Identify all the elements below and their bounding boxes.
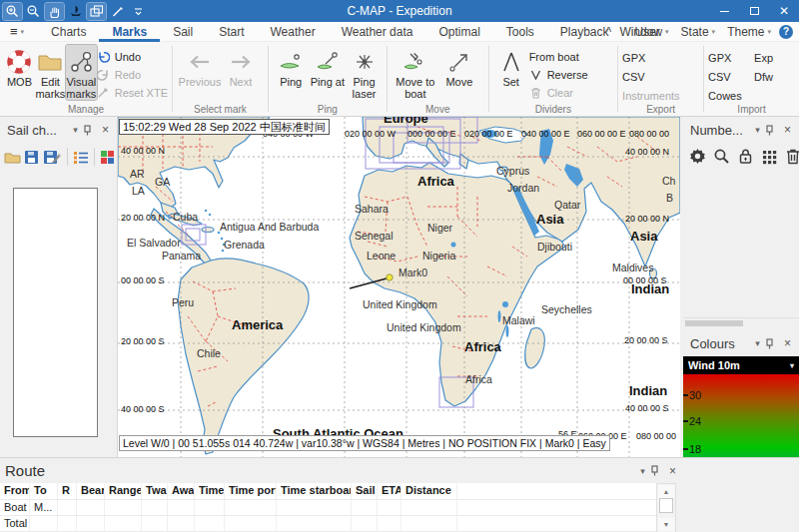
- boat-ping-icon: [279, 48, 303, 76]
- panel-close-icon[interactable]: ×: [780, 123, 795, 137]
- column-header: ETA: [378, 483, 401, 499]
- tab-weather-data[interactable]: Weather data: [329, 22, 426, 42]
- search-icon[interactable]: [713, 148, 730, 165]
- close-button[interactable]: ✕: [769, 0, 799, 22]
- panel-close-icon[interactable]: ×: [780, 336, 795, 350]
- menu-tabs: ChartsMarksSailStartWeatherWeather dataO…: [38, 22, 673, 42]
- menu-theme[interactable]: Theme▾: [723, 25, 775, 39]
- table-cell: [401, 500, 457, 515]
- help-icon[interactable]: ?: [779, 25, 793, 39]
- map-clock: 15:02:29 Wed 28 Sep 2022 中国标准时间: [119, 119, 330, 135]
- trash-icon[interactable]: [785, 148, 799, 165]
- undo-button[interactable]: Undo: [97, 49, 168, 64]
- import-exp-button[interactable]: Exp: [754, 50, 773, 65]
- table-cell: [378, 516, 401, 531]
- panel-dropdown-icon[interactable]: ▾: [750, 125, 765, 135]
- numbers-hscrollbar[interactable]: [683, 317, 799, 327]
- ribbon-group-manage: MOB Edit marks Visual marks Undo: [0, 42, 172, 116]
- sail-charts-list[interactable]: [13, 188, 98, 437]
- chart-colours-icon[interactable]: [100, 150, 115, 165]
- dividers-from-boat-button[interactable]: From boat: [529, 49, 588, 64]
- quick-access-toolbar: [0, 3, 148, 20]
- column-header: To: [30, 483, 58, 499]
- panel-dropdown-icon[interactable]: ▾: [750, 338, 765, 348]
- import-csv-button[interactable]: CSV: [708, 69, 754, 84]
- ping-laser-button[interactable]: Ping laser: [346, 45, 383, 100]
- tab-weather[interactable]: Weather: [258, 22, 329, 42]
- panel-close-icon[interactable]: ×: [665, 464, 680, 478]
- move-to-boat-button[interactable]: Move to boat: [392, 45, 439, 100]
- tab-start[interactable]: Start: [206, 22, 257, 42]
- export-csv-button[interactable]: CSV: [622, 69, 679, 84]
- quick-access-more-icon[interactable]: [129, 3, 148, 20]
- table-cell: [58, 500, 77, 515]
- import-dfw-button[interactable]: Dfw: [754, 69, 773, 84]
- tab-sail[interactable]: Sail: [160, 22, 206, 42]
- edit-marks-button[interactable]: Edit marks: [35, 45, 66, 100]
- panel-dropdown-icon[interactable]: ▾: [635, 466, 650, 476]
- route-panel: Route ▾ × FromToRBearRangeTwaAwaTimeTime…: [0, 457, 799, 532]
- app-menu-button[interactable]: ≡▾: [10, 24, 24, 39]
- save-icon[interactable]: [24, 150, 40, 165]
- new-window-icon[interactable]: [87, 3, 106, 20]
- table-row[interactable]: Total: [0, 516, 656, 532]
- zoom-out-icon[interactable]: [24, 3, 43, 20]
- dividers-caret-icon: [500, 48, 522, 76]
- visual-marks-button[interactable]: Visual marks: [66, 45, 97, 100]
- maximize-button[interactable]: [739, 0, 769, 22]
- dividers-clear-button[interactable]: Clear: [529, 85, 588, 100]
- table-row[interactable]: BoatM...: [0, 500, 656, 516]
- main-area: Sail ch... ▾ ×: [0, 117, 799, 457]
- lock-icon[interactable]: [737, 148, 754, 165]
- list-icon[interactable]: [73, 150, 89, 165]
- window-controls: ✕: [709, 0, 799, 22]
- panel-pin-icon[interactable]: [650, 465, 665, 476]
- import-cowes-button[interactable]: Cowes: [708, 88, 754, 103]
- scroll-up-icon[interactable]: ▲: [658, 485, 674, 498]
- tab-marks[interactable]: Marks: [99, 22, 160, 42]
- ping-at-button[interactable]: Ping at: [310, 45, 347, 88]
- table-cell: M...: [30, 500, 58, 515]
- mob-button[interactable]: MOB: [4, 45, 35, 88]
- menu-window[interactable]: Window▾: [615, 25, 672, 39]
- redo-button[interactable]: Redo: [97, 67, 168, 82]
- next-mark-button[interactable]: Next: [223, 45, 259, 88]
- import-gpx-button[interactable]: GPX: [708, 50, 754, 65]
- panel-pin-icon[interactable]: [765, 338, 780, 349]
- save-edit-icon[interactable]: [43, 150, 62, 165]
- export-gpx-button[interactable]: GPX: [622, 50, 679, 65]
- tab-charts[interactable]: Charts: [38, 22, 99, 42]
- dividers-reverse-button[interactable]: Reverse: [529, 67, 588, 82]
- tab-optimal[interactable]: Optimal: [425, 22, 492, 42]
- panel-pin-icon[interactable]: [765, 125, 780, 136]
- minimize-button[interactable]: [709, 0, 739, 22]
- chart-map[interactable]: 040 00 00 W020 00 00 W000 00 00 E020 00 …: [118, 117, 680, 457]
- panel-dropdown-icon[interactable]: ▾: [68, 125, 83, 135]
- scroll-down-icon[interactable]: ▼: [658, 518, 674, 531]
- ribbon: MOB Edit marks Visual marks Undo: [0, 42, 799, 117]
- zoom-in-icon[interactable]: [3, 3, 22, 20]
- colours-panel: Colours ▾ × Wind 10m ▾ 3024181260: [683, 330, 799, 457]
- boat-icon[interactable]: [66, 3, 85, 20]
- pen-icon[interactable]: [108, 3, 127, 20]
- dividers-set-button[interactable]: Set: [493, 45, 529, 88]
- right-column: Numbe... ▾ ×: [683, 117, 799, 457]
- reset-xte-button[interactable]: Reset XTE: [97, 85, 168, 100]
- settings-gear-icon[interactable]: [689, 148, 706, 165]
- open-folder-icon[interactable]: [4, 150, 21, 165]
- move-button[interactable]: Move: [439, 45, 479, 88]
- colours-source-select[interactable]: Wind 10m ▾: [683, 356, 799, 374]
- export-instruments-button[interactable]: Instruments: [622, 88, 679, 103]
- previous-mark-button[interactable]: Previous: [177, 45, 223, 88]
- menu-state[interactable]: State▾: [677, 25, 720, 39]
- panel-close-icon[interactable]: ×: [98, 123, 113, 137]
- collapse-ribbon-button[interactable]: ^: [606, 26, 612, 37]
- route-scrollbar[interactable]: ▲ ▼: [656, 483, 676, 532]
- ping-button[interactable]: Ping: [273, 45, 310, 88]
- scroll-thumb[interactable]: [659, 498, 673, 513]
- pan-hand-icon[interactable]: [45, 3, 64, 20]
- panel-pin-icon[interactable]: [83, 125, 98, 136]
- tab-tools[interactable]: Tools: [493, 22, 547, 42]
- column-header: Time starboard: [277, 483, 352, 499]
- grid-icon[interactable]: [761, 148, 778, 165]
